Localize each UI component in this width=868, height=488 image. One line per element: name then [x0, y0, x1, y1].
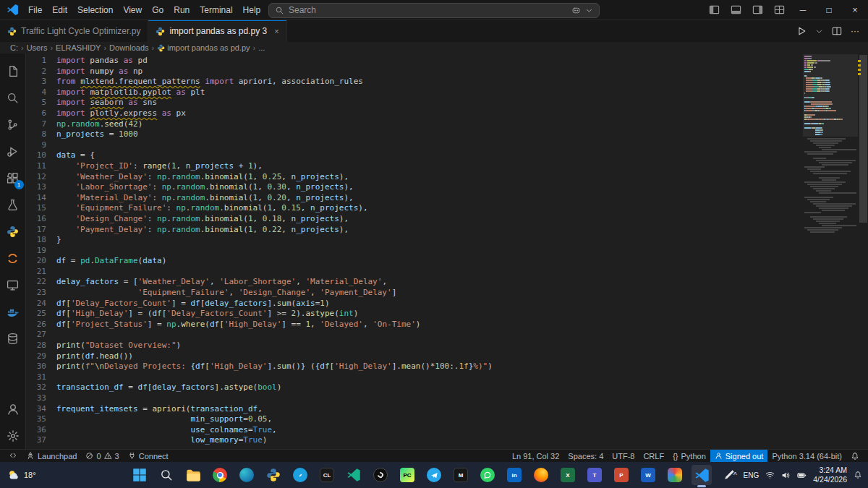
connect-status[interactable]: Connect — [124, 450, 173, 462]
taskbar-pycharm[interactable]: PC — [397, 465, 417, 485]
docker-extension-icon[interactable] — [0, 299, 26, 325]
cursor-position-status[interactable]: Ln 91, Col 32 — [508, 450, 563, 462]
search-icon[interactable] — [0, 85, 26, 111]
taskbar-whatsapp[interactable] — [477, 465, 498, 485]
breadcrumb-item[interactable]: ... — [258, 43, 265, 52]
volume-icon[interactable] — [781, 471, 791, 480]
code-area[interactable]: 1import pandas as pd2import numpy as np3… — [26, 56, 799, 446]
code-line-29[interactable]: 29print(df.head()) — [26, 351, 799, 362]
chevron-down-icon[interactable] — [585, 7, 593, 14]
weather-widget[interactable]: 18° — [7, 468, 36, 481]
taskbar-chrome[interactable] — [210, 465, 230, 485]
explorer-icon[interactable] — [0, 58, 26, 85]
tab-traffic-light-cycle-optimizer[interactable]: Traffic Light Cycle Optimizer.py — [0, 20, 148, 42]
taskbar-teams[interactable]: T — [584, 465, 605, 485]
run-debug-icon[interactable] — [0, 138, 26, 165]
launchpad-status[interactable]: Launchpad — [22, 450, 81, 462]
menu-run[interactable]: Run — [169, 3, 195, 17]
code-line-17[interactable]: 17 'Payment_Delay': np.random.binomial(1… — [26, 225, 799, 236]
code-line-19[interactable]: 19 — [26, 246, 799, 257]
taskbar-claude[interactable]: CL — [317, 465, 337, 485]
code-line-9[interactable]: 9 — [26, 140, 799, 151]
language-indicator[interactable]: ENG — [744, 471, 760, 479]
code-line-30[interactable]: 30print(f"\nDelayed Projects: {df['High_… — [26, 361, 799, 372]
taskbar-obs[interactable] — [370, 465, 391, 485]
breadcrumb-item[interactable]: Downloads — [109, 43, 148, 52]
code-line-32[interactable]: 32transaction_df = df[delay_factors].ast… — [26, 382, 799, 393]
menu-selection[interactable]: Selection — [72, 3, 118, 17]
code-line-20[interactable]: 20df = pd.DataFrame(data) — [26, 256, 799, 267]
taskbar-powerpoint[interactable]: P — [611, 465, 631, 485]
notification-bell-icon[interactable] — [854, 471, 862, 479]
taskbar-search-button[interactable] — [156, 465, 176, 485]
more-actions-icon[interactable]: ··· — [851, 26, 859, 36]
toggle-secondary-sidebar-icon[interactable] — [746, 0, 768, 20]
code-line-16[interactable]: 16 'Design_Change': np.random.binomial(1… — [26, 214, 799, 225]
code-line-12[interactable]: 12 'Weather_Delay': np.random.binomial(1… — [26, 172, 799, 183]
taskbar-m-app[interactable]: M — [451, 465, 471, 485]
code-line-1[interactable]: 1import pandas as pd — [26, 56, 799, 67]
problems-status[interactable]: 0 3 — [81, 450, 123, 462]
breadcrumb-item[interactable]: C: — [10, 43, 18, 52]
split-editor-icon[interactable] — [832, 26, 842, 36]
code-editor[interactable]: 1import pandas as pd2import numpy as np3… — [26, 53, 868, 449]
code-line-27[interactable]: 27 — [26, 330, 799, 341]
menu-edit[interactable]: Edit — [47, 3, 72, 17]
notifications-bell[interactable] — [846, 450, 864, 462]
taskbar-photos[interactable] — [665, 465, 685, 485]
menu-view[interactable]: View — [118, 3, 147, 17]
signed-out-status[interactable]: Signed out — [710, 450, 768, 462]
indentation-status[interactable]: Spaces: 4 — [563, 450, 608, 462]
code-line-4[interactable]: 4import matplotlib.pyplot as plt — [26, 87, 799, 98]
menu-help[interactable]: Help — [238, 3, 266, 17]
python-interpreter-status[interactable]: Python 3.14 (64-bit) — [767, 450, 846, 462]
code-line-36[interactable]: 36 use_colnames=True, — [26, 425, 799, 436]
code-line-11[interactable]: 11 'Project_ID': range(1, n_projects + 1… — [26, 161, 799, 172]
code-line-33[interactable]: 33 — [26, 393, 799, 404]
code-line-5[interactable]: 5import seaborn as sns — [26, 98, 799, 108]
remote-indicator[interactable] — [4, 450, 22, 462]
code-line-21[interactable]: 21 — [26, 267, 799, 278]
taskbar-code-insiders[interactable] — [344, 465, 364, 485]
settings-gear-icon[interactable] — [0, 422, 26, 449]
encoding-status[interactable]: UTF-8 — [608, 450, 639, 462]
code-line-13[interactable]: 13 'Labor_Shortage': np.random.binomial(… — [26, 182, 799, 193]
code-line-23[interactable]: 23 'Equipment_Failure', 'Design_Change',… — [26, 288, 799, 299]
breadcrumb-item[interactable]: ELRASHIDY — [56, 43, 101, 52]
tab-close-icon[interactable]: × — [274, 27, 278, 35]
run-python-file-icon[interactable] — [796, 26, 807, 36]
tab-import-pandas-as-pd[interactable]: import pandas as pd.py 3 × — [148, 20, 286, 42]
taskbar-excel[interactable]: X — [558, 465, 578, 485]
taskbar-vscode[interactable] — [692, 465, 712, 485]
code-line-6[interactable]: 6import plotly.express as px — [26, 108, 799, 119]
run-dropdown-chevron-icon[interactable] — [815, 27, 823, 35]
scrollbar-thumb[interactable] — [859, 55, 867, 223]
editor-scrollbar[interactable] — [858, 53, 868, 449]
taskbar-start-button[interactable] — [129, 465, 150, 485]
language-mode-status[interactable]: {}Python — [668, 450, 710, 462]
maximize-button[interactable]: □ — [816, 0, 842, 20]
taskbar-compass-browser[interactable] — [290, 465, 310, 485]
jupyter-extension-icon[interactable] — [0, 245, 26, 272]
code-line-8[interactable]: 8n_projects = 1000 — [26, 129, 799, 140]
taskbar-file-explorer[interactable] — [183, 465, 203, 485]
taskbar-word[interactable]: W — [638, 465, 658, 485]
remote-explorer-icon[interactable] — [0, 272, 26, 299]
menu-file[interactable]: File — [23, 3, 47, 17]
taskbar-firefox[interactable] — [531, 465, 551, 485]
code-line-2[interactable]: 2import numpy as np — [26, 67, 799, 77]
breadcrumb-item[interactable]: import pandas as pd.py — [157, 43, 250, 52]
eol-status[interactable]: CRLF — [639, 450, 668, 462]
taskbar-telegram[interactable] — [424, 465, 444, 485]
code-line-24[interactable]: 24df['Delay_Factors_Count'] = df[delay_f… — [26, 299, 799, 309]
testing-icon[interactable] — [0, 192, 26, 218]
breadcrumb-item[interactable]: Users — [27, 43, 48, 52]
menu-go[interactable]: Go — [147, 3, 169, 17]
wifi-icon[interactable] — [765, 471, 775, 480]
menu-terminal[interactable]: Terminal — [195, 3, 237, 17]
customize-layout-icon[interactable] — [768, 0, 790, 20]
taskbar-linkedin[interactable]: in — [504, 465, 524, 485]
python-extension-icon[interactable] — [0, 218, 26, 245]
taskbar-edge[interactable] — [237, 465, 257, 485]
code-line-22[interactable]: 22delay_factors = ['Weather_Delay', 'Lab… — [26, 277, 799, 288]
